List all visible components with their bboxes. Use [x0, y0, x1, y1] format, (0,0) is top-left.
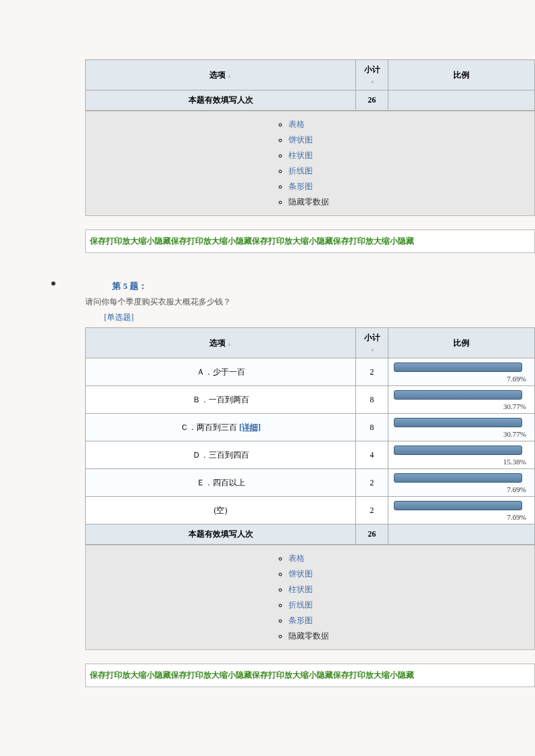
summary-row: 本题有效填写人次 26: [86, 524, 535, 545]
header-count[interactable]: 小计▲: [356, 328, 388, 358]
summary-label: 本题有效填写人次: [86, 524, 356, 545]
option-cell: Ｅ．四百以上: [86, 469, 356, 497]
ratio-cell: 30.77%: [388, 414, 535, 441]
sort-icon[interactable]: ▲: [370, 78, 376, 84]
chart-type-selector: 表格 饼状图 柱状图 折线图 条形图 隐藏零数据: [85, 111, 535, 216]
chart-option-hidezero[interactable]: 隐藏零数据: [288, 628, 534, 644]
chart-option-line[interactable]: 折线图: [288, 597, 534, 613]
summary-blank: [388, 90, 535, 111]
chart-option-line[interactable]: 折线图: [288, 163, 534, 179]
question-type: [单选题]: [104, 312, 535, 323]
chart-type-selector: 表格 饼状图 柱状图 折线图 条形图 隐藏零数据: [85, 545, 535, 650]
bar-icon: [394, 501, 522, 510]
actions-text[interactable]: 保存打印放大缩小隐藏保存打印放大缩小隐藏保存打印放大缩小隐藏保存打印放大缩小隐藏: [90, 670, 414, 680]
summary-row: 本题有效填写人次 26: [86, 90, 535, 111]
count-cell: 2: [356, 469, 388, 497]
option-cell: Ｂ．一百到两百: [86, 386, 356, 414]
actions-bar: 保存打印放大缩小隐藏保存打印放大缩小隐藏保存打印放大缩小隐藏保存打印放大缩小隐藏: [85, 230, 535, 253]
pct-label: 7.69%: [507, 375, 526, 383]
chart-option-table[interactable]: 表格: [288, 551, 534, 566]
detail-link[interactable]: [详细]: [239, 423, 261, 432]
actions-text[interactable]: 保存打印放大缩小隐藏保存打印放大缩小隐藏保存打印放大缩小隐藏保存打印放大缩小隐藏: [90, 236, 414, 246]
sort-icon[interactable]: ▲: [227, 73, 232, 79]
summary-count: 26: [356, 524, 388, 545]
bar-icon: [394, 418, 522, 427]
chart-option-bar[interactable]: 条形图: [288, 179, 534, 194]
bullet-icon: [51, 281, 55, 286]
survey-table-q5: 选项▲ 小计▲ 比例 Ａ．少于一百 2 7.69% Ｂ．一百到两百 8: [85, 327, 535, 545]
question-5-block: 第 5 题： 请问你每个季度购买衣服大概花多少钱？ [单选题] 选项▲ 小计▲ …: [85, 280, 535, 687]
count-cell: 8: [356, 414, 388, 441]
count-cell: 2: [356, 497, 388, 524]
question-label: 第 5 题：: [112, 281, 147, 291]
pct-label: 30.77%: [503, 402, 526, 410]
pct-label: 7.69%: [507, 485, 526, 493]
option-cell: Ｄ．三百到四百: [86, 441, 356, 469]
count-cell: 2: [356, 358, 388, 386]
pct-label: 7.69%: [507, 513, 526, 521]
table-header-row: 选项▲ 小计▲ 比例: [86, 328, 535, 358]
actions-bar: 保存打印放大缩小隐藏保存打印放大缩小隐藏保存打印放大缩小隐藏保存打印放大缩小隐藏: [85, 664, 535, 687]
header-option[interactable]: 选项▲: [86, 328, 356, 358]
table-row: Ｅ．四百以上 2 7.69%: [86, 469, 535, 497]
chart-option-column[interactable]: 柱状图: [288, 582, 534, 597]
chart-option-hidezero[interactable]: 隐藏零数据: [288, 194, 534, 210]
ratio-cell: 15.38%: [388, 441, 535, 469]
header-ratio: 比例: [388, 328, 535, 358]
count-cell: 4: [356, 441, 388, 469]
pct-label: 15.38%: [503, 458, 526, 466]
summary-blank: [388, 524, 535, 545]
bar-icon: [394, 446, 522, 455]
table-row: Ａ．少于一百 2 7.69%: [86, 358, 535, 386]
table-row: Ｃ．两百到三百 [详细] 8 30.77%: [86, 414, 535, 441]
ratio-cell: 30.77%: [388, 386, 535, 414]
chart-option-column[interactable]: 柱状图: [288, 148, 534, 163]
chart-option-pie[interactable]: 饼状图: [288, 566, 534, 582]
option-cell: Ｃ．两百到三百 [详细]: [86, 414, 356, 441]
survey-table-prev: 选项▲ 小计▲ 比例 本题有效填写人次 26: [85, 59, 535, 111]
count-cell: 8: [356, 386, 388, 414]
summary-label: 本题有效填写人次: [86, 90, 356, 111]
table-row: Ｄ．三百到四百 4 15.38%: [86, 441, 535, 469]
bar-icon: [394, 362, 522, 372]
question-text: 请问你每个季度购买衣服大概花多少钱？: [85, 296, 535, 308]
summary-count: 26: [356, 90, 388, 111]
table-row: (空) 2 7.69%: [86, 497, 535, 524]
header-ratio: 比例: [388, 60, 535, 90]
option-cell: (空): [86, 497, 356, 524]
pct-label: 30.77%: [503, 430, 526, 438]
table-header-row: 选项▲ 小计▲ 比例: [86, 60, 535, 90]
ratio-cell: 7.69%: [388, 358, 535, 386]
chart-option-bar[interactable]: 条形图: [288, 613, 534, 628]
ratio-cell: 7.69%: [388, 469, 535, 497]
chart-option-pie[interactable]: 饼状图: [288, 132, 534, 148]
sort-icon[interactable]: ▲: [370, 346, 376, 352]
sort-icon[interactable]: ▲: [227, 341, 232, 347]
bar-icon: [394, 473, 522, 483]
ratio-cell: 7.69%: [388, 497, 535, 524]
table-row: Ｂ．一百到两百 8 30.77%: [86, 386, 535, 414]
bar-icon: [394, 390, 522, 400]
header-option[interactable]: 选项▲: [86, 60, 356, 90]
option-cell: Ａ．少于一百: [86, 358, 356, 386]
header-count[interactable]: 小计▲: [356, 60, 388, 90]
chart-option-table[interactable]: 表格: [288, 117, 534, 132]
